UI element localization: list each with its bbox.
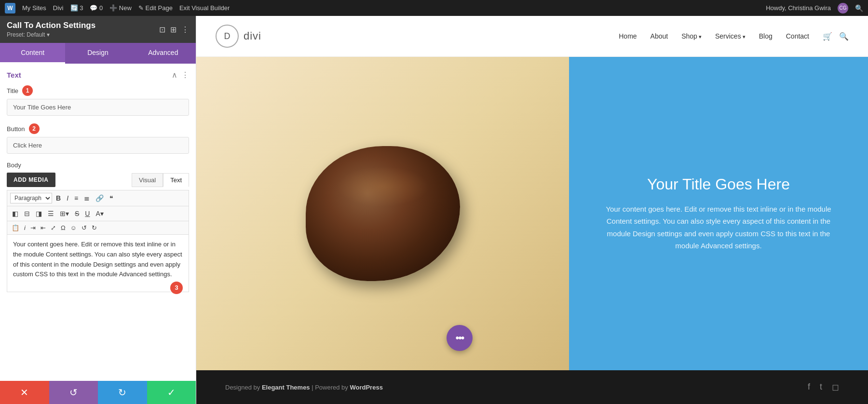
section-menu-icon[interactable]: ⋮	[181, 70, 189, 80]
emoji-button[interactable]: ☺	[69, 223, 78, 232]
add-media-button[interactable]: ADD MEDIA	[7, 173, 55, 187]
body-field-group: Body ADD MEDIA Visual Text Paragraph B I…	[7, 162, 189, 292]
panel-more-icon[interactable]: ⋮	[181, 25, 189, 34]
text-color-button[interactable]: A▾	[94, 209, 105, 218]
editor-toolbar-top: ADD MEDIA Visual Text	[7, 173, 189, 187]
indent-button[interactable]: ⇥	[29, 223, 37, 232]
redo-button[interactable]: ↻	[98, 381, 147, 404]
title-input[interactable]	[7, 99, 189, 116]
tab-content[interactable]: Content	[0, 43, 65, 64]
body-badge: 3	[170, 282, 183, 294]
panel-minimize-icon[interactable]: ⊡	[159, 25, 165, 34]
nav-home[interactable]: Home	[619, 32, 637, 40]
button-input[interactable]	[7, 137, 189, 154]
editor-toolbar-row2: ◧ ⊟ ◨ ☰ ⊞▾ S U A▾	[7, 206, 189, 221]
user-avatar[interactable]: CG	[838, 3, 848, 13]
align-center-button[interactable]: ⊟	[22, 209, 32, 218]
settings-panel: Call To Action Settings Preset: Default …	[0, 16, 196, 404]
admin-search-icon[interactable]: 🔍	[855, 4, 863, 12]
cart-icon[interactable]: 🛒	[823, 32, 832, 41]
unordered-list-button[interactable]: ≡	[72, 193, 80, 203]
nav-blog[interactable]: Blog	[759, 32, 773, 40]
panel-actions: ✕ ↺ ↻ ✓	[0, 381, 196, 404]
cancel-button[interactable]: ✕	[0, 381, 49, 404]
text-section-header: Text ∧ ⋮	[7, 70, 189, 80]
outdent-button[interactable]: ⇤	[39, 223, 47, 232]
align-left-button[interactable]: ◧	[10, 209, 20, 218]
howdy-text: Howdy, Christina Gwira	[766, 4, 831, 12]
paragraph-select[interactable]: Paragraph	[10, 193, 52, 203]
button-field-group: Button 2	[7, 123, 189, 154]
nav-contact[interactable]: Contact	[786, 32, 809, 40]
button-badge: 2	[29, 123, 40, 134]
hero-body: Your content goes here. Edit or remove t…	[598, 203, 839, 252]
logo-text: divi	[244, 30, 261, 42]
facebook-icon[interactable]: f	[808, 382, 810, 392]
site-content: Your Title Goes Here Your content goes h…	[196, 57, 868, 404]
tab-advanced[interactable]: Advanced	[131, 43, 196, 64]
site-logo: D divi	[216, 25, 261, 48]
divi-menu[interactable]: Divi	[53, 4, 64, 12]
comments-icon[interactable]: 🔄 3	[70, 4, 83, 12]
underline-button[interactable]: U	[83, 209, 92, 218]
title-field-label: Title 1	[7, 85, 189, 96]
section-title: Text	[7, 71, 21, 79]
nav-services[interactable]: Services	[715, 32, 746, 40]
paste-text-button[interactable]: 📋	[10, 223, 21, 232]
my-sites-menu[interactable]: My Sites	[22, 4, 46, 12]
twitter-icon[interactable]: t	[820, 382, 822, 392]
footer-social-icons: f t ◻	[808, 382, 839, 392]
panel-tabs: Content Design Advanced	[0, 43, 196, 64]
strikethrough-button[interactable]: S	[73, 209, 81, 218]
visual-text-tabs: Visual Text	[132, 173, 189, 187]
hero-image-area	[196, 57, 569, 370]
fullscreen-button[interactable]: ⤢	[49, 223, 57, 232]
site-footer: Designed by Elegant Themes | Powered by …	[196, 370, 868, 404]
body-text: Your content goes here. Edit or remove t…	[13, 241, 182, 278]
site-preview: D divi Home About Shop Services Blog Con…	[196, 16, 868, 404]
italic-small-button[interactable]: i	[23, 223, 27, 232]
floating-dots-icon: •••	[455, 332, 463, 344]
align-justify-button[interactable]: ☰	[46, 209, 56, 218]
panel-header: Call To Action Settings Preset: Default …	[0, 16, 196, 43]
exit-visual-builder-btn[interactable]: Exit Visual Builder	[179, 4, 230, 12]
button-field-label: Button 2	[7, 123, 189, 134]
link-button[interactable]: 🔗	[94, 193, 106, 203]
hero-title: Your Title Goes Here	[647, 175, 790, 193]
section-collapse-icon[interactable]: ∧	[172, 70, 177, 80]
footer-credit: Designed by Elegant Themes | Powered by …	[225, 384, 383, 391]
italic-button[interactable]: I	[65, 193, 70, 203]
body-editor[interactable]: Your content goes here. Edit or remove t…	[7, 234, 189, 292]
panel-preset[interactable]: Preset: Default ▾	[7, 31, 95, 38]
panel-title: Call To Action Settings	[7, 21, 95, 30]
table-button[interactable]: ⊞▾	[58, 209, 71, 218]
undo-button[interactable]: ↺	[49, 381, 98, 404]
edit-page-btn[interactable]: ✎ Edit Page	[138, 4, 173, 12]
new-menu-item[interactable]: ➕ New	[109, 4, 132, 12]
instagram-icon[interactable]: ◻	[832, 382, 839, 392]
site-menu: Home About Shop Services Blog Contact 🛒 …	[619, 32, 849, 41]
ordered-list-button[interactable]: ≣	[82, 193, 92, 203]
align-right-button[interactable]: ◨	[34, 209, 44, 218]
text-tab[interactable]: Text	[163, 173, 189, 187]
special-char-button[interactable]: Ω	[59, 223, 67, 232]
wp-admin-bar: W My Sites Divi 🔄 3 💬 0 ➕ New ✎ Edit Pag…	[0, 0, 868, 16]
blockquote-button[interactable]: ❝	[108, 193, 115, 203]
speech-bubble-icon[interactable]: 💬 0	[90, 4, 103, 12]
nav-about[interactable]: About	[651, 32, 668, 40]
redo-editor-button[interactable]: ↻	[90, 223, 98, 232]
visual-tab[interactable]: Visual	[132, 173, 163, 187]
wp-logo-icon[interactable]: W	[5, 3, 15, 13]
tab-design[interactable]: Design	[65, 43, 130, 64]
site-hero: Your Title Goes Here Your content goes h…	[196, 57, 868, 370]
body-field-label: Body	[7, 162, 189, 169]
bold-button[interactable]: B	[54, 193, 63, 203]
nav-search-icon[interactable]: 🔍	[839, 32, 849, 41]
editor-toolbar-row3: 📋 i ⇥ ⇤ ⤢ Ω ☺ ↺ ↻	[7, 221, 189, 234]
undo-editor-button[interactable]: ↺	[80, 223, 88, 232]
nav-shop[interactable]: Shop	[681, 32, 702, 40]
bread-image	[306, 146, 460, 281]
save-button[interactable]: ✓	[147, 381, 196, 404]
floating-action-button[interactable]: •••	[447, 325, 473, 351]
panel-expand-icon[interactable]: ⊞	[170, 25, 176, 34]
